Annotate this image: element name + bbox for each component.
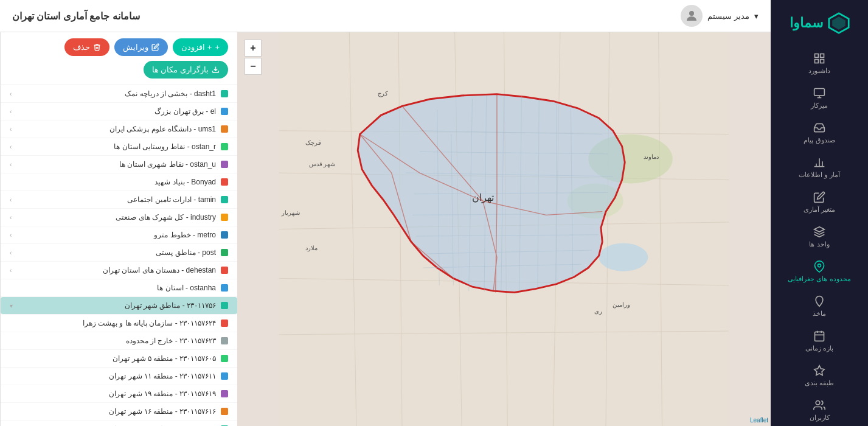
color-indicator [221, 337, 228, 344]
sidebar-item-geo[interactable]: محدوده های جغرافیایی [771, 254, 868, 289]
sidebar-item-sources[interactable]: ماخذ [771, 289, 868, 324]
chevron-icon: › [10, 108, 12, 115]
svg-text:کرج: کرج [378, 90, 388, 97]
layers-icon [813, 226, 825, 238]
color-indicator [221, 302, 228, 309]
page-title: سامانه جامع آماری استان تهران [12, 10, 140, 22]
chevron-icon: › [10, 91, 12, 97]
list-item[interactable]: ۲۳۰۱۱۵۷۶۲۳ - خارج از محدوده [1, 332, 237, 350]
list-item[interactable]: post - مناطق پستی › [1, 244, 237, 262]
right-panel: + + افزودن ویرایش حذف [0, 32, 237, 426]
sidebar-item-stats[interactable]: آمار و اطلاعات [771, 150, 868, 185]
user-avatar-icon [684, 9, 699, 23]
sidebar-item-label: محدوده های جغرافیایی [788, 275, 850, 283]
list-item[interactable]: ۲۳۰۱۱۵۷۶۱۹ - منطقه ۱۹ شهر تهران [1, 385, 237, 403]
list-item[interactable]: ostan_u - نقاط شهری استان ها › [1, 156, 237, 173]
chevron-icon: › [10, 250, 12, 256]
color-indicator [221, 249, 228, 256]
chevron-icon: › [10, 126, 12, 133]
sidebar-item-label: داشبورد [808, 67, 830, 75]
svg-rect-15 [815, 332, 824, 341]
color-indicator [221, 178, 228, 186]
sidebar: سماوا داشبورد میزکار صندوق پیام آمار و ا… [771, 0, 868, 426]
edit-button[interactable]: ویرایش [114, 38, 168, 56]
main-content: ▾ مدیر سیستم سامانه جامع آماری استان تهر… [0, 0, 771, 426]
logo: سماوا [790, 6, 850, 46]
logo-text: سماوا [790, 15, 823, 31]
username-label: مدیر سیستم [707, 12, 749, 21]
svg-point-22 [689, 11, 694, 16]
edit-icon [813, 191, 825, 203]
svg-rect-5 [821, 60, 824, 63]
chevron-icon: › [10, 214, 12, 221]
list-item[interactable]: industry - کل شهرک های صنعتی › [1, 209, 237, 226]
sidebar-item-users[interactable]: کاربران [771, 393, 868, 426]
color-indicator [221, 390, 228, 397]
list-item[interactable]: ums1 - دانشگاه علوم پزشکی ایران › [1, 120, 237, 138]
zoom-in-button[interactable]: + [245, 40, 262, 57]
list-item[interactable]: el - برق تهران بزرگ › [1, 103, 237, 120]
geo-list: dasht1 - بخشی از دریاچه نمک › el - برق ت… [1, 85, 237, 426]
avatar [681, 5, 703, 27]
delete-button[interactable]: حذف [64, 38, 109, 56]
toolbar: + + افزودن ویرایش حذف [1, 32, 237, 85]
sidebar-item-label: واحد ها [809, 240, 829, 248]
svg-text:ملارد: ملارد [305, 245, 318, 252]
sidebar-item-category[interactable]: طبقه بندی [771, 358, 868, 393]
list-item[interactable]: Bonyad - بنیاد شهید [1, 173, 237, 191]
map-pin-icon [813, 260, 825, 273]
svg-text:شهر قدس: شهر قدس [309, 161, 336, 168]
sidebar-item-dashboard[interactable]: داشبورد [771, 46, 868, 81]
svg-text:دماوند: دماوند [644, 153, 659, 161]
list-item[interactable]: dasht1 - بخشی از دریاچه نمک › [1, 85, 237, 103]
list-item[interactable]: ۲۳۰۱۱۵۷۶۱۱ - منطقه ۱۱ شهر تهران [1, 368, 237, 385]
color-indicator [221, 408, 228, 415]
leaflet-credit[interactable]: Leaflet [750, 417, 768, 424]
pin-icon [813, 295, 825, 307]
chevron-icon: ▾ [10, 302, 13, 309]
chevron-icon: › [10, 197, 12, 203]
chevron-icon: › [10, 144, 12, 150]
color-indicator [221, 372, 228, 380]
header: ▾ مدیر سیستم سامانه جامع آماری استان تهر… [0, 0, 771, 32]
add-button[interactable]: + + افزودن [173, 38, 228, 56]
list-item[interactable]: dehestan - دهستان های استان تهران › [1, 262, 237, 279]
svg-text:شهریار: شهریار [281, 209, 300, 217]
sidebar-item-time[interactable]: بازه زمانی [771, 324, 868, 358]
import-icon [212, 66, 220, 74]
sidebar-item-label: طبقه بندی [805, 379, 834, 387]
list-item[interactable]: metro - خطوط مترو › [1, 226, 237, 244]
list-item[interactable]: ostanha - استان ها [1, 279, 237, 297]
sidebar-item-units[interactable]: واحد ها [771, 220, 868, 254]
sidebar-item-label: صندوق پیام [804, 136, 835, 144]
color-indicator [221, 267, 228, 274]
chevron-down-icon: ▾ [754, 12, 759, 21]
list-item[interactable]: ۲۳۰۱۱۵۷۶۱۷ - منطقه ۱۷ شهر تهران [1, 421, 237, 426]
svg-point-19 [816, 401, 820, 405]
svg-rect-4 [815, 60, 819, 63]
sidebar-item-inbox[interactable]: صندوق پیام [771, 116, 868, 150]
list-item[interactable]: ۲۳۰۱۱۵۷۶۲۴ - سازمان پایانه ها و بهشت زهر… [1, 315, 237, 332]
chart-bar-icon [813, 156, 825, 169]
calendar-icon [813, 330, 825, 342]
logo-icon [828, 12, 850, 34]
users-icon [813, 399, 825, 411]
sidebar-item-desktop[interactable]: میزکار [771, 81, 868, 116]
color-indicator [221, 125, 228, 133]
color-indicator [221, 161, 228, 168]
list-item[interactable]: ۲۳۰۱۱۵۷۶۰۵ - منطقه ۵ شهر تهران [1, 350, 237, 368]
list-item[interactable]: tamin - ادارات تامین اجتماعی › [1, 191, 237, 209]
list-item[interactable]: ostan_r - نقاط روستایی استان ها › [1, 138, 237, 156]
edit-icon [151, 43, 159, 51]
zoom-out-button[interactable]: − [245, 58, 262, 75]
import-button[interactable]: بازگزاری مکان ها [144, 61, 228, 79]
svg-text:قرچک: قرچک [305, 139, 321, 147]
sidebar-item-variable[interactable]: متغیر آماری [771, 185, 868, 220]
user-menu[interactable]: ▾ مدیر سیستم [681, 5, 759, 27]
list-item[interactable]: ۲۳۰۱۱۵۷۶۱۶ - منطقه ۱۶ شهر تهران [1, 403, 237, 421]
chevron-icon: › [10, 232, 12, 239]
color-indicator [221, 231, 228, 239]
list-item-selected[interactable]: ۲۳۰۱۱۷۵۶ - مناطق شهر تهران ▾ [1, 297, 237, 315]
color-indicator [221, 90, 228, 97]
color-indicator [221, 320, 228, 327]
